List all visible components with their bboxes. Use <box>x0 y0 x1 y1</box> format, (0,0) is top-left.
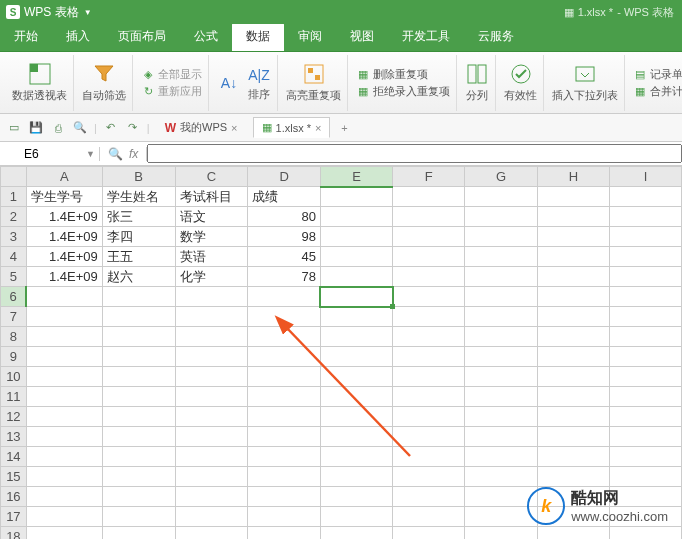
cell[interactable] <box>102 427 175 447</box>
cell[interactable] <box>26 307 102 327</box>
cell[interactable] <box>248 527 321 540</box>
cell[interactable] <box>102 287 175 307</box>
cell[interactable]: 张三 <box>102 207 175 227</box>
add-tab-icon[interactable]: + <box>336 120 352 136</box>
cell[interactable] <box>610 527 682 540</box>
cell[interactable] <box>248 387 321 407</box>
cell[interactable] <box>320 227 392 247</box>
cell[interactable] <box>102 527 175 540</box>
cell[interactable] <box>320 427 392 447</box>
cell[interactable] <box>393 387 465 407</box>
split-col-button[interactable]: 分列 <box>459 55 496 111</box>
qat-preview-icon[interactable]: 🔍 <box>72 120 88 136</box>
row-header[interactable]: 18 <box>1 527 27 540</box>
record-form-button[interactable]: ▤记录单 <box>633 67 682 82</box>
cell[interactable] <box>26 407 102 427</box>
close-icon[interactable]: × <box>315 122 321 134</box>
cell[interactable]: 80 <box>248 207 321 227</box>
cell[interactable] <box>537 427 609 447</box>
cell[interactable] <box>537 407 609 427</box>
cell[interactable] <box>393 527 465 540</box>
cell[interactable] <box>102 407 175 427</box>
qat-print-icon[interactable]: ⎙ <box>50 120 66 136</box>
row-header[interactable]: 14 <box>1 447 27 467</box>
cell[interactable]: 英语 <box>175 247 248 267</box>
cell[interactable] <box>465 227 537 247</box>
cell[interactable] <box>537 447 609 467</box>
row-header[interactable]: 13 <box>1 427 27 447</box>
cell[interactable] <box>175 427 248 447</box>
cell[interactable] <box>465 267 537 287</box>
cell[interactable] <box>102 507 175 527</box>
cell[interactable] <box>175 307 248 327</box>
cell[interactable]: 数学 <box>175 227 248 247</box>
active-cell[interactable] <box>320 287 392 307</box>
cell[interactable] <box>537 227 609 247</box>
row-header[interactable]: 3 <box>1 227 27 247</box>
cell[interactable] <box>610 227 682 247</box>
tab-formula[interactable]: 公式 <box>180 22 232 51</box>
cell[interactable] <box>248 487 321 507</box>
cell[interactable] <box>248 407 321 427</box>
cell[interactable]: 王五 <box>102 247 175 267</box>
cell[interactable] <box>320 487 392 507</box>
cell[interactable] <box>393 347 465 367</box>
wps-home-tab[interactable]: W 我的WPS × <box>156 116 247 139</box>
cell[interactable] <box>465 447 537 467</box>
cell[interactable] <box>102 387 175 407</box>
cell[interactable] <box>320 447 392 467</box>
tab-start[interactable]: 开始 <box>0 22 52 51</box>
reapply-button[interactable]: ↻重新应用 <box>141 84 202 99</box>
row-header[interactable]: 17 <box>1 507 27 527</box>
qat-undo-icon[interactable]: ↶ <box>103 120 119 136</box>
cell[interactable]: 学生学号 <box>26 187 102 207</box>
row-header[interactable]: 16 <box>1 487 27 507</box>
cell[interactable] <box>610 187 682 207</box>
sort-az-button[interactable]: A↓ <box>217 71 241 95</box>
cell[interactable]: 赵六 <box>102 267 175 287</box>
col-header[interactable]: C <box>175 167 248 187</box>
reject-dup-button[interactable]: ▦拒绝录入重复项 <box>356 84 450 99</box>
cell[interactable]: 1.4E+09 <box>26 207 102 227</box>
cell[interactable] <box>465 307 537 327</box>
cell[interactable]: 1.4E+09 <box>26 267 102 287</box>
cell[interactable] <box>320 467 392 487</box>
cell[interactable] <box>26 487 102 507</box>
cell[interactable] <box>175 527 248 540</box>
col-header[interactable]: A <box>26 167 102 187</box>
cell[interactable] <box>393 427 465 447</box>
cell[interactable] <box>320 507 392 527</box>
cell[interactable] <box>320 307 392 327</box>
row-header[interactable]: 7 <box>1 307 27 327</box>
cell[interactable] <box>175 447 248 467</box>
cell[interactable] <box>537 207 609 227</box>
autofilter-button[interactable]: 自动筛选 <box>76 55 133 111</box>
cell[interactable] <box>610 367 682 387</box>
cell[interactable]: 化学 <box>175 267 248 287</box>
cell[interactable] <box>26 387 102 407</box>
cell[interactable] <box>102 327 175 347</box>
cell[interactable] <box>320 367 392 387</box>
cell[interactable] <box>26 427 102 447</box>
insert-dropdown-button[interactable]: 插入下拉列表 <box>546 55 625 111</box>
cell[interactable] <box>610 407 682 427</box>
cell[interactable] <box>465 207 537 227</box>
cell[interactable] <box>465 247 537 267</box>
row-header[interactable]: 4 <box>1 247 27 267</box>
row-header[interactable]: 5 <box>1 267 27 287</box>
cell[interactable] <box>102 307 175 327</box>
cell[interactable] <box>248 367 321 387</box>
cell[interactable] <box>248 507 321 527</box>
cell[interactable]: 语文 <box>175 207 248 227</box>
row-header[interactable]: 1 <box>1 187 27 207</box>
row-header[interactable]: 9 <box>1 347 27 367</box>
cell[interactable] <box>537 527 609 540</box>
cell[interactable]: 李四 <box>102 227 175 247</box>
cell[interactable] <box>610 247 682 267</box>
cell[interactable] <box>610 387 682 407</box>
cell[interactable] <box>175 487 248 507</box>
cell[interactable] <box>26 327 102 347</box>
cell[interactable] <box>26 507 102 527</box>
cell[interactable]: 78 <box>248 267 321 287</box>
validity-button[interactable]: 有效性 <box>498 55 544 111</box>
